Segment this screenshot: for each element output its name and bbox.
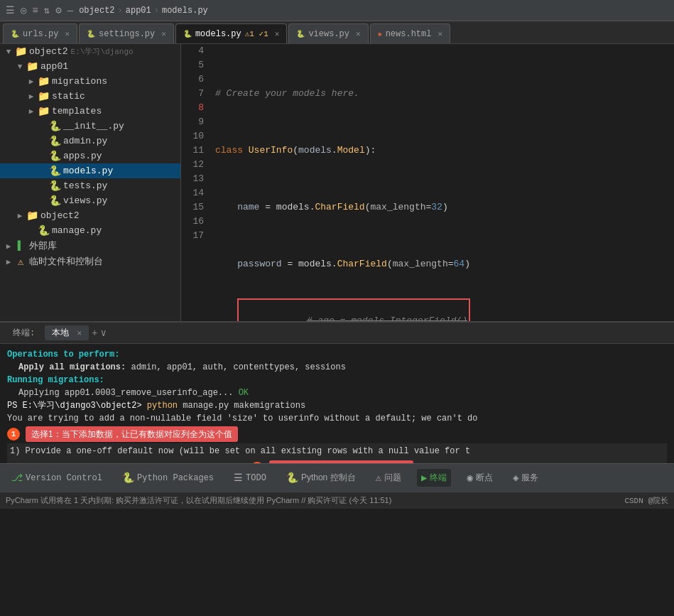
menu-icon[interactable]: ☰ bbox=[6, 4, 15, 16]
line-num-7: 7 bbox=[181, 87, 204, 101]
terminal-content[interactable]: Operations to perform: Apply all migrati… bbox=[0, 344, 674, 463]
tab-views[interactable]: 🐍 views.py ✕ bbox=[288, 23, 368, 43]
terminal-more-btn[interactable]: ∨ bbox=[100, 327, 106, 339]
annotation-2-badge: 2 bbox=[251, 462, 263, 463]
tab-urls[interactable]: 🐍 urls.py ✕ bbox=[3, 23, 77, 43]
tab-models[interactable]: 🐍 models.py ⚠1 ✓1 ✕ bbox=[175, 23, 288, 43]
terminal-icon: ▶ bbox=[421, 472, 427, 484]
annotation-2-text: 选择2：返回操作，手动添加默认值 bbox=[269, 460, 413, 463]
python-console-label: Python 控制台 bbox=[301, 472, 356, 484]
folder-icon-templates: 📁 bbox=[37, 105, 50, 117]
tab-views-close[interactable]: ✕ bbox=[356, 29, 361, 38]
todo-btn[interactable]: ☰ TODO bbox=[229, 469, 271, 487]
tree-item-app01[interactable]: ▼ 📁 app01 bbox=[0, 59, 180, 74]
terminal-local-close[interactable]: ✕ bbox=[77, 329, 82, 337]
bar-icon: ▌ bbox=[14, 240, 27, 252]
python-console-icon: 🐍 bbox=[286, 472, 298, 484]
breadcrumb-part-3[interactable]: models.py bbox=[162, 6, 208, 16]
arrow-icon: ▼ bbox=[3, 48, 14, 56]
line-num-12: 12 bbox=[181, 158, 204, 172]
arrow-icon: ▶ bbox=[26, 77, 37, 86]
tree-item-init[interactable]: ▶ 🐍 __init__.py bbox=[0, 119, 180, 134]
py-icon-apps: 🐍 bbox=[48, 150, 61, 162]
line-num-10: 10 bbox=[181, 129, 204, 144]
tree-item-views[interactable]: ▶ 🐍 views.py bbox=[0, 193, 180, 208]
status-bar-right: CSDN @院长 bbox=[624, 495, 668, 506]
tab-models-label: models.py bbox=[195, 29, 241, 39]
line-num-13: 13 bbox=[181, 172, 204, 186]
terminal-add-btn[interactable]: + bbox=[92, 328, 97, 339]
line-num-14: 14 bbox=[181, 186, 204, 200]
tree-item-label-templates: templates bbox=[52, 106, 102, 117]
nav-up-icon[interactable]: ⇅ bbox=[44, 4, 50, 16]
python-packages-label: Python Packages bbox=[137, 473, 214, 483]
tree-item-label-init: __init__.py bbox=[63, 121, 124, 131]
tree-item-object2-root[interactable]: ▼ 📁 object2 E:\学习\django bbox=[0, 44, 180, 59]
line-num-8: 8 bbox=[181, 101, 204, 115]
term-choice-1: 1) Provide a one-off default now (will b… bbox=[7, 443, 667, 459]
tab-news[interactable]: ◈ news.html ✕ bbox=[370, 23, 450, 43]
tab-views-label: views.py bbox=[308, 29, 349, 39]
services-icon: ◈ bbox=[513, 472, 518, 484]
breadcrumb-part-1[interactable]: object2 bbox=[79, 6, 114, 16]
tree-item-label-manage: manage.py bbox=[52, 225, 102, 236]
bottom-toolbar: ⎇ Version Control 🐍 Python Packages ☰ TO… bbox=[0, 463, 674, 492]
tree-item-migrations[interactable]: ▶ 📁 migrations bbox=[0, 74, 180, 89]
terminal-btn[interactable]: ▶ 终端 bbox=[417, 469, 451, 487]
version-control-icon: ⎇ bbox=[11, 472, 23, 484]
tree-item-tests[interactable]: ▶ 🐍 tests.py bbox=[0, 178, 180, 193]
annotation-1-badge: 1 bbox=[7, 428, 20, 441]
tab-models-close[interactable]: ✕ bbox=[275, 29, 280, 38]
arrow-icon: ▶ bbox=[3, 257, 14, 266]
nav-back-icon[interactable]: ◎ bbox=[21, 4, 26, 16]
tree-item-label-models: models.py bbox=[63, 166, 113, 176]
code-editor[interactable]: 4 5 6 7 8 9 10 11 12 13 14 15 16 17 # Cr… bbox=[181, 44, 674, 321]
tree-item-label-apps: apps.py bbox=[63, 151, 102, 161]
python-packages-btn[interactable]: 🐍 Python Packages bbox=[118, 469, 218, 487]
tree-item-models[interactable]: ▶ 🐍 models.py bbox=[0, 163, 180, 178]
line-num-9: 9 bbox=[181, 115, 204, 129]
status-bar: PyCharm 试用将在 1 天内到期: 购买并激活许可证，以在试用期后继续使用… bbox=[0, 492, 674, 509]
tree-item-manage[interactable]: ▶ 🐍 manage.py bbox=[0, 223, 180, 238]
tree-item-templates[interactable]: ▶ 📁 templates bbox=[0, 104, 180, 119]
py-icon: 🐍 bbox=[11, 30, 19, 38]
tab-settings-close[interactable]: ✕ bbox=[161, 29, 166, 38]
line-num-17: 17 bbox=[181, 229, 204, 243]
problems-btn[interactable]: ⚠ 问题 bbox=[371, 469, 406, 487]
tree-item-label-extern: 外部库 bbox=[29, 239, 57, 252]
breakpoints-btn[interactable]: ◉ 断点 bbox=[462, 469, 496, 487]
tree-item-apps[interactable]: ▶ 🐍 apps.py bbox=[0, 148, 180, 163]
python-console-btn[interactable]: 🐍 Python 控制台 bbox=[282, 469, 360, 487]
tree-item-extern-lib[interactable]: ▶ ▌ 外部库 bbox=[0, 238, 180, 254]
folder-icon-static: 📁 bbox=[37, 90, 50, 102]
folder-icon-migrations: 📁 bbox=[37, 75, 50, 87]
breakpoints-label: 断点 bbox=[476, 472, 493, 484]
problems-label: 问题 bbox=[384, 472, 401, 484]
tree-item-static[interactable]: ▶ 📁 static bbox=[0, 89, 180, 104]
tab-urls-close[interactable]: ✕ bbox=[65, 29, 70, 38]
terminal-tab-local[interactable]: 本地 ✕ bbox=[45, 325, 89, 340]
line-num-15: 15 bbox=[181, 200, 204, 215]
top-icons: ☰ ◎ ≡ ⇅ ⚙ — bbox=[6, 4, 73, 16]
tree-item-admin[interactable]: ▶ 🐍 admin.py bbox=[0, 134, 180, 148]
tab-settings[interactable]: 🐍 settings.py ✕ bbox=[79, 23, 174, 43]
arrow-icon: ▶ bbox=[26, 92, 37, 101]
code-line-8: # age = models.IntegerField() bbox=[215, 314, 674, 321]
tree-item-object2-sub[interactable]: ▶ 📁 object2 bbox=[0, 208, 180, 223]
problems-icon: ⚠ bbox=[376, 472, 381, 484]
nav-forward-icon[interactable]: ≡ bbox=[32, 5, 38, 16]
version-control-btn[interactable]: ⎇ Version Control bbox=[7, 469, 107, 487]
settings-icon[interactable]: ⚙ bbox=[55, 4, 61, 16]
term-warning: You are trying to add a non-nullable fie… bbox=[7, 412, 667, 425]
code-line-5: class UserInfo(models.Model): bbox=[215, 144, 674, 158]
py-icon-models-tree: 🐍 bbox=[48, 165, 61, 177]
breadcrumb-part-2[interactable]: app01 bbox=[126, 6, 151, 16]
folder-icon-app01: 📁 bbox=[26, 60, 38, 72]
services-btn[interactable]: ◈ 服务 bbox=[509, 469, 543, 487]
line-numbers: 4 5 6 7 8 9 10 11 12 13 14 15 16 17 bbox=[181, 44, 210, 321]
tree-item-temp-files[interactable]: ▶ ⚠ 临时文件和控制台 bbox=[0, 254, 180, 269]
tab-news-close[interactable]: ✕ bbox=[437, 29, 442, 38]
minimize-icon[interactable]: — bbox=[67, 5, 73, 16]
term-apply-migrations: Apply all migrations: admin, app01, auth… bbox=[7, 361, 667, 374]
annotation-1-text: 选择1：当下添加数据，让已有数据对应列全为这个值 bbox=[26, 426, 238, 442]
